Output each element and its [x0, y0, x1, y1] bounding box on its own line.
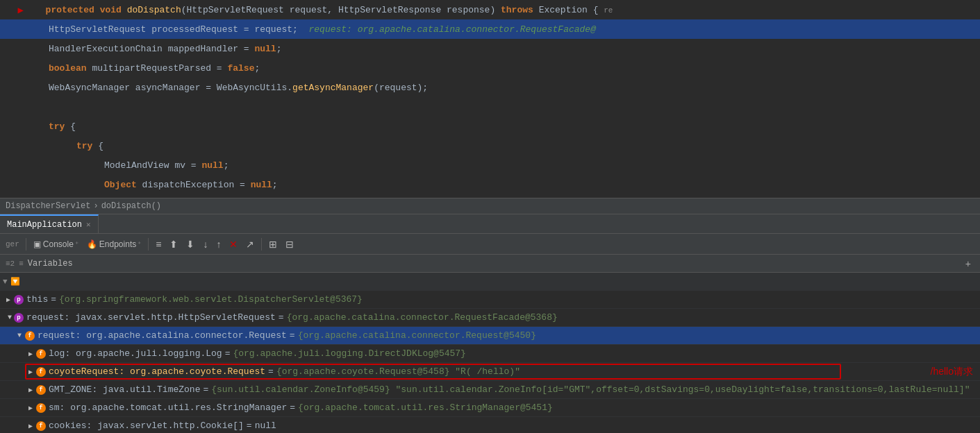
var-val-gmt-zone: {sun.util.calendar.ZoneInfo@5459} "sun.u… — [211, 384, 970, 395]
variables-panel: ▼ 🔽 ▶ p this = {org.springframework.web.… — [0, 273, 980, 433]
var-eq: = — [268, 366, 274, 377]
tab-close-icon[interactable]: ✕ — [86, 220, 91, 229]
var-name-sm: sm: org.apache.tomcat.util.res.StringMan… — [49, 402, 287, 413]
variables-title: Variables — [28, 259, 73, 269]
variables-add-button[interactable]: + — [962, 256, 974, 271]
filter-label: 🔽 — [10, 277, 20, 286]
toolbar-up-icon[interactable]: ↑ — [213, 237, 224, 252]
var-val-request-outer: {org.apache.catalina.connector.RequestFa… — [287, 312, 558, 323]
var-eq: = — [290, 330, 295, 341]
code-line: try { — [0, 136, 980, 155]
var-val-coyote-request: {org.apache.coyote.Request@5458} "R( /he… — [276, 366, 520, 377]
toolbar-sep2 — [148, 238, 149, 251]
code-line: try { — [0, 117, 980, 136]
debug-arrow-icon: ▶ — [18, 4, 24, 16]
var-row-this[interactable]: ▶ p this = {org.springframework.web.serv… — [0, 291, 980, 309]
console-arrow: ⁺ — [75, 240, 78, 248]
endpoints-button[interactable]: 🔥 Endpoints ⁺ — [83, 237, 144, 251]
var-eq: = — [290, 402, 295, 413]
var-name-cookies: cookies: javax.servlet.http.Cookie[] — [49, 421, 244, 431]
code-text: HttpServletRequest processedRequest = re… — [21, 24, 980, 35]
var-val-sm: {org.apache.tomcat.util.res.StringManage… — [298, 402, 553, 413]
breadcrumb-sep: › — [93, 201, 98, 211]
var-name-coyote-request: coyoteRequest: org.apache.coyote.Request — [49, 366, 265, 377]
code-text: Object dispatchException = null; — [21, 180, 980, 190]
console-button[interactable]: ▣ Console ⁺ — [30, 237, 82, 251]
expand-icon: ▶ — [25, 368, 36, 376]
var-row-request-inner[interactable]: ▼ f request: org.apache.catalina.connect… — [0, 327, 980, 345]
console-label: Console — [43, 239, 74, 249]
var-badge-f: f — [36, 385, 46, 395]
breadcrumb-class: DispatcherServlet — [6, 201, 90, 211]
eq-icon2: ≡ — [19, 260, 24, 268]
toolbar-sep3 — [261, 238, 262, 251]
annotation-text: /hello请求 — [931, 366, 973, 378]
filter-icon: ▼ — [3, 278, 8, 286]
var-val-request-inner: {org.apache.catalina.connector.Request@5… — [298, 330, 536, 341]
console-icon: ▣ — [33, 239, 41, 249]
var-val-log: {org.apache.juli.logging.DirectJDKLog@54… — [233, 348, 465, 359]
var-row-log[interactable]: ▶ f log: org.apache.juli.logging.Log = {… — [0, 345, 980, 363]
var-name-gmt-zone: GMT_ZONE: java.util.TimeZone — [49, 384, 200, 395]
equals-icon: ≡2 — [6, 260, 15, 268]
toolbar-down2-icon[interactable]: ↓ — [199, 237, 211, 252]
code-editor: ▶ protected void doDispatch(HttpServletR… — [0, 0, 980, 198]
var-badge-f: f — [36, 349, 46, 359]
var-name-log: log: org.apache.juli.logging.Log — [49, 348, 222, 359]
toolbar-separator — [26, 238, 26, 251]
var-eq: = — [225, 348, 231, 359]
expand-icon: ▶ — [25, 350, 36, 358]
code-text: ModelAndView mv = null; — [21, 160, 980, 171]
expand-icon: ▶ — [3, 296, 14, 304]
toolbar-up-stack-icon[interactable]: ⬆ — [166, 237, 181, 252]
breadcrumb-method: doDispatch() — [101, 201, 161, 211]
code-line: HandlerExecutionChain mappedHandler = nu… — [0, 39, 980, 58]
toolbar-columns-icon[interactable]: ⊟ — [282, 237, 297, 252]
expand-icon: ▶ — [25, 386, 36, 394]
var-row-coyote-request[interactable]: ▶ f coyoteRequest: org.apache.coyote.Req… — [0, 363, 980, 381]
var-badge-f: f — [36, 367, 46, 377]
flame-icon: 🔥 — [87, 239, 97, 249]
breadcrumb: DispatcherServlet › doDispatch() — [0, 198, 980, 214]
toolbar-table-icon[interactable]: ⊞ — [265, 237, 281, 252]
var-badge-f: f — [25, 331, 35, 341]
var-badge-p: p — [14, 313, 24, 323]
endpoints-arrow: ⁺ — [138, 240, 141, 248]
code-text: boolean multipartRequestParsed = false; — [21, 63, 980, 74]
variables-header: ≡2 ≡ Variables + — [0, 255, 980, 273]
toolbar: ger ▣ Console ⁺ 🔥 Endpoints ⁺ ≡ ⬆ ⬇ ↓ ↑ … — [0, 234, 980, 255]
code-text: HandlerExecutionChain mappedHandler = nu… — [21, 44, 980, 54]
code-line: boolean multipartRequestParsed = false; — [0, 58, 980, 78]
var-eq: = — [203, 384, 208, 395]
expand-icon: ▶ — [25, 422, 36, 430]
code-line — [0, 97, 980, 117]
expand-icon: ▼ — [3, 314, 14, 321]
variables-filter-row[interactable]: ▼ 🔽 — [0, 273, 980, 291]
tab-main-application[interactable]: MainApplication ✕ — [0, 214, 99, 233]
code-text: protected void doDispatch(HttpServletReq… — [21, 5, 980, 15]
var-eq: = — [51, 294, 56, 305]
code-line: ▶ protected void doDispatch(HttpServletR… — [0, 0, 980, 19]
code-line: WebAsyncManager asyncManager = WebAsyncU… — [0, 78, 980, 97]
tab-label: MainApplication — [7, 220, 82, 230]
toolbar-cursor-icon[interactable]: ↗ — [242, 237, 258, 252]
var-row-gmt-zone[interactable]: ▶ f GMT_ZONE: java.util.TimeZone = {sun.… — [0, 381, 980, 399]
var-name-this: this — [26, 294, 48, 305]
code-text — [21, 102, 980, 112]
var-eq: = — [279, 312, 284, 323]
var-name-request-outer: request: javax.servlet.http.HttpServletR… — [26, 312, 276, 323]
expand-icon: ▼ — [14, 332, 25, 339]
code-text: WebAsyncManager asyncManager = WebAsyncU… — [21, 83, 980, 93]
var-val-cookies: null — [255, 421, 276, 431]
var-row-request-outer[interactable]: ▼ p request: javax.servlet.http.HttpServ… — [0, 309, 980, 327]
var-badge-f: f — [36, 421, 46, 431]
var-badge-p: p — [14, 295, 24, 305]
toolbar-list-icon[interactable]: ≡ — [152, 237, 165, 252]
toolbar-down-icon[interactable]: ⬇ — [183, 237, 198, 252]
var-row-cookies[interactable]: ▶ f cookies: javax.servlet.http.Cookie[]… — [0, 417, 980, 433]
code-text: try { — [21, 121, 980, 132]
var-badge-f: f — [36, 403, 46, 413]
toolbar-cross-icon[interactable]: ✕ — [226, 237, 241, 252]
var-row-sm[interactable]: ▶ f sm: org.apache.tomcat.util.res.Strin… — [0, 399, 980, 417]
var-eq: = — [247, 421, 252, 431]
